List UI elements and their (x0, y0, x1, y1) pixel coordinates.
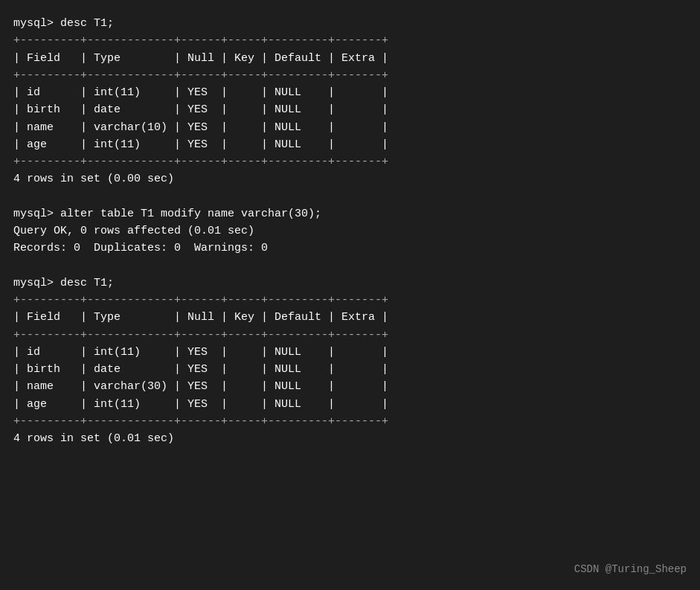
border-mid-2: +---------+-------------+------+-----+--… (13, 327, 687, 344)
query-ok: Query OK, 0 rows affected (0.01 sec) (13, 222, 687, 240)
alter-cmd: mysql> alter table T1 modify name varcha… (13, 205, 687, 222)
data-row-age-2: | age | int(11) | YES | | NULL | | (13, 396, 687, 413)
terminal-window: mysql> desc T1; +---------+-------------… (0, 0, 700, 590)
empty-line-1 (13, 188, 687, 205)
border-top-1: +---------+-------------+------+-----+--… (13, 32, 687, 49)
cmd-line-1: mysql> desc T1; (13, 15, 687, 32)
rows-result-2: 4 rows in set (0.01 sec) (13, 430, 687, 447)
block3: mysql> desc T1; +---------+-------------… (13, 257, 687, 448)
header-row-1: | Field | Type | Null | Key | Default | … (13, 50, 687, 67)
data-row-name-1: | name | varchar(10) | YES | | NULL | | (13, 119, 687, 136)
records-line: Records: 0 Duplicates: 0 Warnings: 0 (13, 240, 687, 257)
data-row-birth-2: | birth | date | YES | | NULL | | (13, 361, 687, 378)
border-bot-1: +---------+-------------+------+-----+--… (13, 153, 687, 170)
block2: mysql> alter table T1 modify name varcha… (13, 188, 687, 257)
border-mid-1: +---------+-------------+------+-----+--… (13, 67, 687, 84)
watermark: CSDN @Turing_Sheep (574, 562, 687, 578)
border-bot-2: +---------+-------------+------+-----+--… (13, 413, 687, 430)
cmd-line-2: mysql> desc T1; (13, 275, 687, 292)
block1: mysql> desc T1; +---------+-------------… (13, 15, 687, 188)
border-top-2: +---------+-------------+------+-----+--… (13, 292, 687, 309)
data-row-id-1: | id | int(11) | YES | | NULL | | (13, 84, 687, 101)
header-row-2: | Field | Type | Null | Key | Default | … (13, 309, 687, 326)
data-row-birth-1: | birth | date | YES | | NULL | | (13, 101, 687, 118)
data-row-id-2: | id | int(11) | YES | | NULL | | (13, 344, 687, 361)
empty-line-2 (13, 257, 687, 275)
rows-result-1: 4 rows in set (0.00 sec) (13, 170, 687, 187)
data-row-age-1: | age | int(11) | YES | | NULL | | (13, 136, 687, 153)
data-row-name-2: | name | varchar(30) | YES | | NULL | | (13, 378, 687, 395)
